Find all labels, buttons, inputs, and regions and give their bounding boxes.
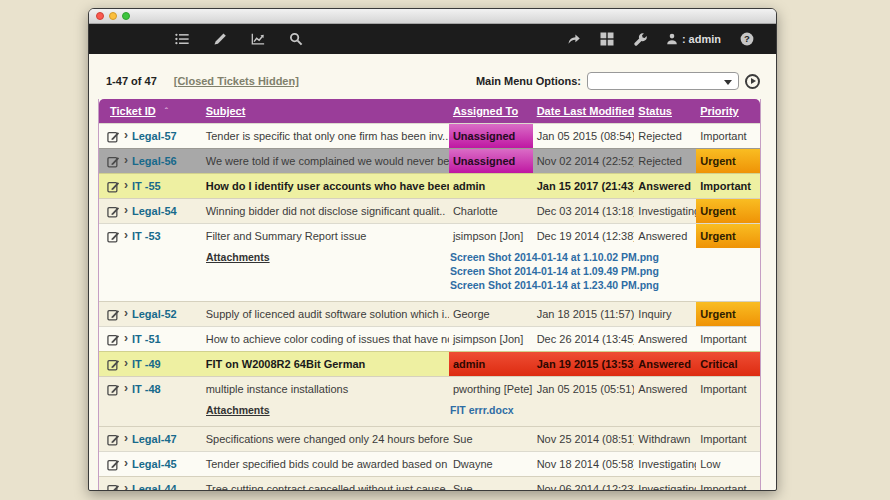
- attachment-file-link[interactable]: FIT errr.docx: [450, 403, 514, 417]
- ticket-id[interactable]: IT -49: [132, 358, 161, 370]
- status-cell: Answered: [634, 377, 696, 401]
- ticket-id[interactable]: Legal-54: [132, 205, 177, 217]
- edit-ticket-icon[interactable]: [107, 205, 120, 218]
- edit-ticket-icon[interactable]: [107, 433, 120, 446]
- subject-cell: multiple instance installations: [202, 377, 449, 401]
- expand-chevron-icon[interactable]: ›: [124, 204, 128, 216]
- edit-ticket-icon[interactable]: [107, 483, 120, 492]
- assigned-to-cell: jsimpson [Jon]: [449, 224, 533, 248]
- table-row[interactable]: ›IT -53Filter and Summary Report issuejs…: [99, 223, 760, 301]
- ticket-id[interactable]: Legal-45: [132, 458, 177, 470]
- subject-cell: Tender specified bids could be awarded b…: [202, 452, 449, 476]
- expand-chevron-icon[interactable]: ›: [124, 357, 128, 369]
- expand-chevron-icon[interactable]: ›: [124, 229, 128, 241]
- toolbar-right: Main Menu Options:: [476, 72, 760, 90]
- assigned-to-cell: Sue: [449, 427, 533, 451]
- grid-icon[interactable]: [600, 32, 614, 46]
- svg-text:?: ?: [744, 33, 750, 44]
- table-row[interactable]: ›Legal-52Supply of licenced audit softwa…: [99, 301, 760, 326]
- date-modified-cell: Jan 05 2015 (08:54): [533, 124, 635, 148]
- wrench-icon[interactable]: [633, 32, 647, 46]
- assigned-to-cell: Dwayne: [449, 452, 533, 476]
- ticket-id[interactable]: IT -48: [132, 383, 161, 395]
- table-row[interactable]: ›Legal-44Tree cutting contract cancelled…: [99, 476, 760, 491]
- priority-cell: Low: [696, 452, 760, 476]
- ticket-id[interactable]: Legal-44: [132, 483, 177, 491]
- subject-cell: We were told if we complained we would n…: [202, 149, 449, 173]
- ticket-id-cell: ›IT -55: [99, 174, 202, 198]
- edit-ticket-icon[interactable]: [107, 180, 120, 193]
- column-header-ticket-id[interactable]: Ticket ID: [99, 105, 160, 117]
- column-header-status[interactable]: Status: [634, 105, 696, 117]
- ticket-id[interactable]: IT -53: [132, 230, 161, 242]
- sort-ascending-icon: ˆ: [165, 106, 168, 116]
- attachment-file-link[interactable]: Screen Shot 2014-01-14 at 1.10.02 PM.png: [450, 250, 659, 264]
- edit-ticket-icon[interactable]: [107, 458, 120, 471]
- expand-chevron-icon[interactable]: ›: [124, 482, 128, 491]
- share-icon[interactable]: [567, 32, 581, 46]
- ticket-id[interactable]: Legal-56: [132, 155, 177, 167]
- ticket-table-body: ›Legal-57Tender is specific that only on…: [99, 123, 760, 491]
- ticket-id[interactable]: IT -51: [132, 333, 161, 345]
- attachment-file-link[interactable]: Screen Shot 2014-01-14 at 1.23.40 PM.png: [450, 278, 659, 292]
- table-row[interactable]: ›Legal-45Tender specified bids could be …: [99, 451, 760, 476]
- ticket-id-cell: ›Legal-45: [99, 452, 202, 476]
- attachments-link[interactable]: Attachments: [202, 250, 450, 263]
- list-icon[interactable]: [175, 32, 189, 46]
- column-header-subject[interactable]: Subject: [202, 105, 449, 117]
- edit-ticket-icon[interactable]: [107, 358, 120, 371]
- status-cell: Investigating: [634, 452, 696, 476]
- edit-ticket-icon[interactable]: [107, 333, 120, 346]
- close-window-button[interactable]: [96, 12, 104, 20]
- edit-ticket-icon[interactable]: [107, 230, 120, 243]
- chart-icon[interactable]: [251, 32, 265, 46]
- edit-ticket-icon[interactable]: [107, 383, 120, 396]
- subject-cell: How to achieve color coding of issues th…: [202, 327, 449, 351]
- date-modified-cell: Nov 18 2014 (05:58): [533, 452, 635, 476]
- help-icon[interactable]: ?: [740, 32, 754, 46]
- minimize-window-button[interactable]: [109, 12, 117, 20]
- edit-ticket-icon[interactable]: [107, 155, 120, 168]
- expand-chevron-icon[interactable]: ›: [124, 129, 128, 141]
- ticket-id[interactable]: Legal-52: [132, 308, 177, 320]
- table-row[interactable]: ›IT -51How to achieve color coding of is…: [99, 326, 760, 351]
- expand-chevron-icon[interactable]: ›: [124, 332, 128, 344]
- expand-chevron-icon[interactable]: ›: [124, 307, 128, 319]
- pencil-icon[interactable]: [213, 32, 227, 46]
- table-row[interactable]: ›IT -49FIT on W2008R2 64Bit GermanadminJ…: [99, 351, 760, 376]
- expand-chevron-icon[interactable]: ›: [124, 154, 128, 166]
- column-header-priority[interactable]: Priority: [696, 105, 760, 117]
- assigned-to-cell: Charlotte: [449, 199, 533, 223]
- column-header-assigned-to[interactable]: Assigned To: [449, 105, 533, 117]
- table-row[interactable]: ›IT -48multiple instance installationspw…: [99, 376, 760, 426]
- closed-tickets-link[interactable]: [Closed Tickets Hidden]: [174, 75, 299, 87]
- column-header-date-last-modified[interactable]: Date Last Modified: [533, 105, 635, 117]
- table-row[interactable]: ›Legal-57Tender is specific that only on…: [99, 123, 760, 148]
- expand-chevron-icon[interactable]: ›: [124, 179, 128, 191]
- table-row[interactable]: ›Legal-54Winning bidder did not disclose…: [99, 198, 760, 223]
- ticket-id[interactable]: Legal-47: [132, 433, 177, 445]
- ticket-id[interactable]: Legal-57: [132, 130, 177, 142]
- priority-cell: Urgent: [696, 224, 760, 248]
- edit-ticket-icon[interactable]: [107, 130, 120, 143]
- attachments-spacer: [99, 403, 202, 417]
- ticket-id[interactable]: IT -55: [132, 180, 161, 192]
- user-menu[interactable]: : admin: [666, 33, 721, 45]
- attachments-block: AttachmentsScreen Shot 2014-01-14 at 1.1…: [99, 248, 760, 301]
- table-row[interactable]: ›Legal-56We were told if we complained w…: [99, 148, 760, 173]
- search-icon[interactable]: [289, 32, 303, 46]
- attachments-link[interactable]: Attachments: [202, 403, 450, 416]
- edit-ticket-icon[interactable]: [107, 308, 120, 321]
- attachment-file-link[interactable]: Screen Shot 2014-01-14 at 1.09.49 PM.png: [450, 264, 659, 278]
- zoom-window-button[interactable]: [122, 12, 130, 20]
- main-menu-select[interactable]: [587, 72, 739, 90]
- assigned-to-cell: jsimpson [Jon]: [449, 327, 533, 351]
- expand-chevron-icon[interactable]: ›: [124, 432, 128, 444]
- table-row[interactable]: ›IT -55How do I identify user accounts w…: [99, 173, 760, 198]
- expand-chevron-icon[interactable]: ›: [124, 457, 128, 469]
- table-row[interactable]: ›Legal-47Specifications were changed onl…: [99, 426, 760, 451]
- ticket-id-cell: ›IT -48: [99, 377, 202, 401]
- expand-chevron-icon[interactable]: ›: [124, 382, 128, 394]
- play-icon: [751, 78, 756, 84]
- go-button[interactable]: [745, 74, 760, 89]
